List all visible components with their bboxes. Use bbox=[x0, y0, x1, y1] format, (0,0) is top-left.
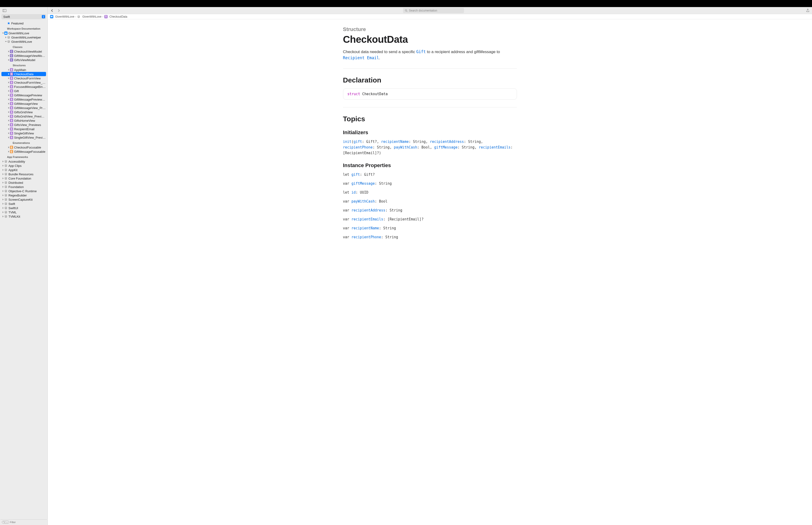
property-row[interactable]: var payWithCash: Bool bbox=[343, 198, 517, 204]
page-title: CheckoutData bbox=[343, 34, 517, 45]
sidebar-framework[interactable]: AppKit bbox=[0, 168, 47, 172]
signature-text: : String, bbox=[458, 145, 479, 149]
breadcrumb-separator: › bbox=[103, 15, 103, 18]
search-icon bbox=[405, 9, 408, 12]
property-name-link[interactable]: recipientPhone bbox=[352, 235, 381, 239]
sidebar-class[interactable]: CGiftMessageViewModel bbox=[0, 54, 47, 58]
sidebar-struct[interactable]: SSingleGiftView bbox=[0, 131, 47, 135]
sidebar-framework[interactable]: TVML bbox=[0, 210, 47, 214]
property-row[interactable]: let gift: Gift? bbox=[343, 172, 517, 177]
signature-param-link[interactable]: giftMessage bbox=[434, 145, 458, 149]
sidebar-project[interactable]: ⩸GivenWithLove bbox=[0, 31, 47, 35]
signature-param-link[interactable]: payWithCash bbox=[394, 145, 417, 149]
signature-param-link[interactable]: recipientAddress bbox=[430, 139, 464, 144]
sidebar-framework[interactable]: Core Foundation bbox=[0, 176, 47, 180]
sidebar-framework[interactable]: ScreenCaptureKit bbox=[0, 197, 47, 201]
signature-param-link[interactable]: recipientName bbox=[381, 139, 409, 144]
initializer-signature[interactable]: init(gift: Gift?, recipientName: String,… bbox=[343, 139, 517, 156]
breadcrumb: ⩸GivenWithLove›GivenWithLove›SCheckoutDa… bbox=[48, 14, 812, 19]
sidebar-struct[interactable]: SGiftsGridView_Previews bbox=[0, 114, 47, 118]
sidebar-framework[interactable]: App Clips bbox=[0, 164, 47, 168]
signature-param-link[interactable]: recipientPhone bbox=[343, 145, 373, 149]
sidebar-struct[interactable]: SRecipientEmail bbox=[0, 127, 47, 131]
sidebar-class[interactable]: CCheckoutViewModel bbox=[0, 49, 47, 54]
topic-properties: Instance Properties bbox=[343, 162, 517, 168]
language-picker[interactable]: Swift bbox=[1, 14, 46, 19]
filter-scope-badge[interactable]: ⌥ ⌄ bbox=[2, 521, 9, 524]
sidebar-struct[interactable]: SGiftMessageView bbox=[0, 102, 47, 106]
sidebar-group-structures: Structures bbox=[0, 62, 47, 68]
property-name-link[interactable]: id bbox=[352, 190, 356, 195]
signature-param-link[interactable]: recipientEmails bbox=[479, 145, 510, 149]
property-name-link[interactable]: gift bbox=[352, 172, 360, 177]
sidebar-framework[interactable]: Objective-C Runtime bbox=[0, 189, 47, 193]
search-field[interactable]: Search documentation bbox=[403, 8, 464, 13]
breadcrumb-item[interactable]: SCheckoutData bbox=[104, 15, 127, 18]
property-keyword: var bbox=[343, 199, 352, 204]
sidebar-module-helper[interactable]: GivenWithLoveHelper bbox=[0, 35, 47, 40]
sidebar-struct[interactable]: SGiftMessagePreview bbox=[0, 93, 47, 97]
signature-param-link[interactable]: init bbox=[343, 139, 352, 144]
property-name-link[interactable]: recipientName bbox=[352, 226, 379, 230]
sidebar-enum[interactable]: EGiftMessageFocusable bbox=[0, 149, 47, 154]
topic-initializers: Initializers bbox=[343, 130, 517, 136]
section-declaration: Declaration bbox=[343, 76, 517, 84]
property-keyword: var bbox=[343, 235, 352, 239]
property-type: : String bbox=[379, 226, 396, 230]
toggle-sidebar-button[interactable] bbox=[2, 9, 6, 12]
sidebar-struct[interactable]: SGiftsHomeView bbox=[0, 118, 47, 123]
share-button[interactable] bbox=[806, 9, 810, 13]
sidebar-framework[interactable]: RegexBuilder bbox=[0, 193, 47, 197]
sidebar-struct[interactable]: SCheckoutData bbox=[1, 72, 46, 76]
signature-text: : String, bbox=[373, 145, 394, 149]
sidebar-class[interactable]: CGiftsViewModel bbox=[0, 58, 47, 62]
sidebar-framework[interactable]: Foundation bbox=[0, 185, 47, 189]
property-row[interactable]: let id: UUID bbox=[343, 190, 517, 195]
doc-content[interactable]: Structure CheckoutData Checkout data nee… bbox=[48, 19, 812, 525]
sidebar-enum[interactable]: ECheckoutFocusable bbox=[0, 145, 47, 149]
breadcrumb-item[interactable]: ⩸GivenWithLove bbox=[50, 15, 74, 18]
sidebar-framework[interactable]: Accessibility bbox=[0, 159, 47, 164]
sidebar-framework[interactable]: TVMLKit bbox=[0, 214, 47, 219]
sidebar-struct[interactable]: SGiftsView_Previews bbox=[0, 123, 47, 127]
property-name-link[interactable]: payWithCash bbox=[352, 199, 375, 204]
back-button[interactable] bbox=[50, 9, 54, 13]
abstract-text: . bbox=[379, 56, 380, 60]
abstract-link-gift[interactable]: Gift bbox=[416, 49, 426, 54]
signature-param-link[interactable]: gift bbox=[354, 139, 362, 144]
navigator-tree[interactable]: FeaturedWorkspace Documentation⩸GivenWit… bbox=[0, 20, 47, 519]
sidebar-struct[interactable]: SSingleGiftView_Previews bbox=[0, 135, 47, 139]
property-row[interactable]: var recipientPhone: String bbox=[343, 234, 517, 240]
property-name-link[interactable]: giftMessage bbox=[352, 181, 375, 186]
property-name-link[interactable]: recipientAddress bbox=[352, 208, 386, 212]
forward-button[interactable] bbox=[57, 9, 61, 13]
property-name-link[interactable]: recipientEmails bbox=[352, 217, 383, 221]
sidebar-framework[interactable]: Bundle Resources bbox=[0, 172, 47, 176]
filter-input[interactable] bbox=[10, 521, 46, 524]
framework-icon bbox=[4, 198, 7, 201]
property-keyword: var bbox=[343, 226, 352, 230]
sidebar-struct[interactable]: SFocusedMessageBinding bbox=[0, 85, 47, 89]
sidebar-framework[interactable]: Swift bbox=[0, 201, 47, 206]
framework-icon bbox=[4, 160, 7, 163]
property-type: : String bbox=[381, 235, 398, 239]
sidebar-framework[interactable]: Distributed bbox=[0, 180, 47, 185]
sidebar-struct[interactable]: SGiftsGridView bbox=[0, 110, 47, 114]
property-row[interactable]: var recipientName: String bbox=[343, 225, 517, 231]
property-keyword: var bbox=[343, 217, 352, 221]
sidebar-struct[interactable]: SGiftMessagePreview_Pre... bbox=[0, 97, 47, 102]
breadcrumb-item[interactable]: GivenWithLove bbox=[77, 15, 101, 18]
property-row[interactable]: var giftMessage: String bbox=[343, 181, 517, 186]
sidebar-struct[interactable]: SGiftMessageView_Previe... bbox=[0, 106, 47, 110]
property-row[interactable]: var recipientEmails: [RecipientEmail]? bbox=[343, 216, 517, 222]
sidebar-struct[interactable]: SGift bbox=[0, 89, 47, 93]
svg-line-3 bbox=[407, 11, 407, 12]
sidebar-struct[interactable]: SCheckoutFormView bbox=[0, 76, 47, 80]
property-row[interactable]: var recipientAddress: String bbox=[343, 208, 517, 213]
sidebar-featured[interactable]: Featured bbox=[0, 21, 47, 25]
sidebar-module-main[interactable]: GivenWithLove bbox=[0, 40, 47, 44]
sidebar-framework[interactable]: SwiftUI bbox=[0, 206, 47, 210]
sidebar-struct[interactable]: SCheckoutFormView_Pre... bbox=[0, 80, 47, 85]
sidebar-struct[interactable]: SAppMain bbox=[0, 68, 47, 72]
abstract-link-recipientemail[interactable]: Recipient Email bbox=[343, 56, 379, 60]
